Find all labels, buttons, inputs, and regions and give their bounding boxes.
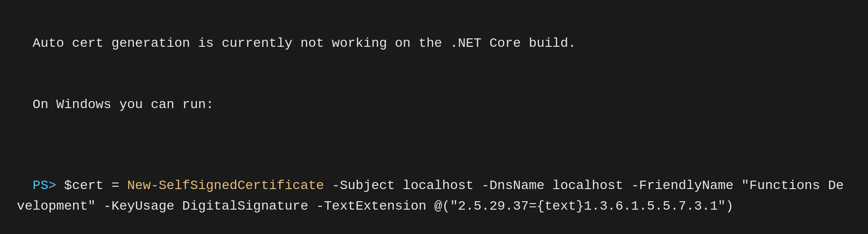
prompt1: PS> <box>33 178 64 193</box>
cmd1-func: New-SelfSignedCertificate <box>127 178 324 193</box>
terminal-output: Auto cert generation is currently not wo… <box>17 13 851 234</box>
cmd1-certvar: $cert = <box>64 178 127 193</box>
line2: On Windows you can run: <box>33 97 214 112</box>
line1: Auto cert generation is currently not wo… <box>33 36 576 51</box>
